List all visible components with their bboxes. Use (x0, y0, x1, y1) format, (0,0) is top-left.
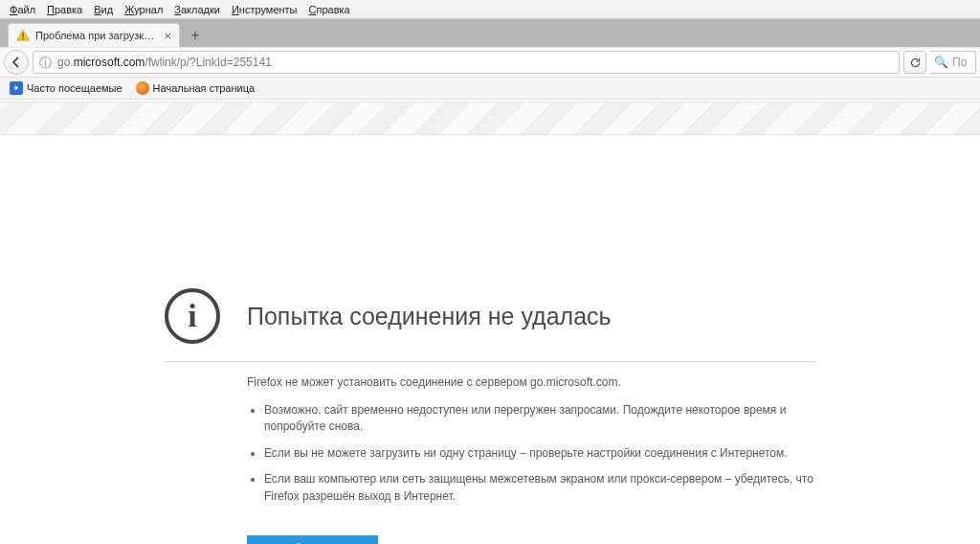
info-circle-icon (165, 288, 220, 344)
warning-icon (16, 29, 30, 42)
error-header: Попытка соединения не удалась (165, 288, 815, 362)
firefox-icon (136, 81, 149, 95)
svg-rect-0 (22, 33, 23, 36)
search-bar[interactable]: 🔍 По (930, 51, 976, 74)
back-button[interactable] (4, 50, 29, 75)
menu-bookmarks[interactable]: Закладки (168, 2, 226, 17)
tab-strip: Проблема при загрузке … × + (0, 19, 980, 47)
new-tab-button[interactable]: + (184, 25, 207, 46)
search-icon: 🔍 (934, 56, 948, 69)
menu-tools[interactable]: Инструменты (226, 2, 303, 17)
menu-help[interactable]: Справка (303, 2, 356, 17)
tab-title: Проблема при загрузке … (35, 30, 156, 41)
error-suggestion: Если вы не можете загрузить ни одну стра… (264, 445, 815, 462)
tab-active[interactable]: Проблема при загрузке … × (8, 23, 180, 47)
svg-rect-1 (22, 38, 23, 39)
content-area: Попытка соединения не удалась Firefox не… (0, 100, 980, 544)
error-suggestions: Возможно, сайт временно недоступен или п… (247, 402, 815, 505)
url-bar[interactable]: ⓘ go.microsoft.com/fwlink/p/?LinkId=2551… (33, 51, 900, 74)
search-placeholder: По (952, 56, 967, 69)
navigation-toolbar: ⓘ go.microsoft.com/fwlink/p/?LinkId=2551… (0, 47, 980, 78)
most-visited-icon: ✦ (10, 81, 23, 95)
bookmark-start-page[interactable]: Начальная страница (130, 79, 260, 97)
menu-view[interactable]: Вид (88, 2, 119, 17)
url-text: go.microsoft.com/fwlink/p/?LinkId=255141 (57, 56, 893, 69)
hazard-stripe (0, 102, 980, 135)
error-short-desc: Firefox не может установить соединение с… (247, 375, 815, 389)
error-title: Попытка соединения не удалась (247, 303, 612, 330)
menu-file[interactable]: Файл (4, 2, 41, 17)
bookmark-label: Часто посещаемые (27, 82, 122, 94)
bookmarks-toolbar: ✦ Часто посещаемые Начальная страница (0, 78, 980, 100)
reload-button[interactable] (903, 51, 926, 74)
bookmark-most-visited[interactable]: ✦ Часто посещаемые (4, 79, 128, 97)
info-icon[interactable]: ⓘ (39, 57, 52, 69)
tab-close-button[interactable]: × (162, 30, 173, 42)
arrow-left-icon (11, 57, 22, 68)
net-error-page: Попытка соединения не удалась Firefox не… (145, 288, 835, 544)
error-suggestion: Если ваш компьютер или сеть защищены меж… (264, 471, 815, 505)
bookmark-label: Начальная страница (153, 82, 255, 94)
retry-button[interactable]: Попробовать снова (247, 535, 378, 544)
menu-bar: Файл Правка Вид Журнал Закладки Инструме… (0, 0, 980, 19)
menu-history[interactable]: Журнал (119, 2, 168, 17)
error-suggestion: Возможно, сайт временно недоступен или п… (264, 402, 815, 436)
menu-edit[interactable]: Правка (41, 2, 88, 17)
reload-icon (909, 57, 922, 69)
